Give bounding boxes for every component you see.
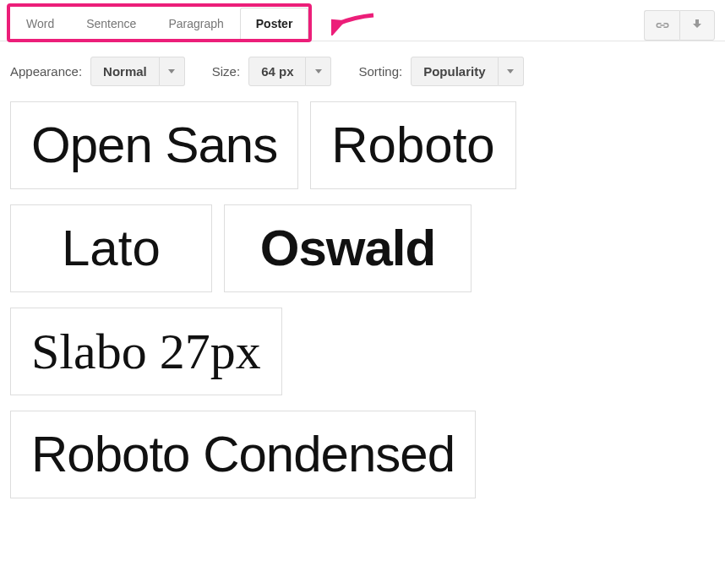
- sorting-caret[interactable]: [499, 57, 524, 86]
- font-row: Slabo 27px: [10, 308, 715, 395]
- chevron-down-icon: [507, 69, 514, 74]
- font-row: Lato Oswald: [10, 204, 715, 292]
- font-card-roboto-condensed[interactable]: Roboto Condensed: [10, 411, 476, 498]
- font-sample: Roboto Condensed: [31, 427, 455, 482]
- link-button[interactable]: [644, 10, 679, 41]
- tab-sentence[interactable]: Sentence: [70, 8, 152, 40]
- font-sample: Oswald: [260, 220, 435, 276]
- sorting-select[interactable]: Popularity: [411, 57, 523, 86]
- font-sample: Roboto: [331, 117, 494, 173]
- top-actions: [644, 7, 715, 41]
- tabs: Word Sentence Paragraph Poster: [10, 7, 308, 39]
- sorting-label: Sorting:: [358, 64, 402, 79]
- font-row: Open Sans Roboto: [10, 101, 715, 189]
- appearance-label: Appearance:: [10, 64, 82, 79]
- font-card-oswald[interactable]: Oswald: [224, 204, 472, 292]
- link-icon: [655, 20, 670, 30]
- font-sample: Lato: [62, 220, 161, 276]
- controls-bar: Appearance: Normal Size: 64 px Sorting: …: [0, 41, 725, 101]
- appearance-select[interactable]: Normal: [90, 57, 185, 86]
- appearance-caret[interactable]: [160, 57, 185, 86]
- font-sample: Slabo 27px: [31, 324, 261, 379]
- sorting-value[interactable]: Popularity: [411, 57, 498, 86]
- font-row: Roboto Condensed: [10, 411, 715, 498]
- size-label: Size:: [212, 64, 240, 79]
- font-card-lato[interactable]: Lato: [10, 204, 212, 292]
- size-select[interactable]: 64 px: [248, 57, 331, 86]
- size-caret[interactable]: [306, 57, 331, 86]
- size-value[interactable]: 64 px: [248, 57, 306, 86]
- download-arrow-icon: [691, 19, 703, 31]
- font-card-roboto[interactable]: Roboto: [310, 101, 515, 189]
- chevron-down-icon: [315, 69, 322, 74]
- font-card-slabo[interactable]: Slabo 27px: [10, 308, 282, 395]
- tab-paragraph[interactable]: Paragraph: [152, 8, 239, 40]
- tab-poster[interactable]: Poster: [240, 8, 309, 40]
- chevron-down-icon: [168, 69, 175, 74]
- appearance-value[interactable]: Normal: [90, 57, 160, 86]
- tab-word[interactable]: Word: [10, 8, 70, 40]
- font-sample: Open Sans: [31, 117, 277, 173]
- annotation-arrow-icon: [331, 12, 379, 35]
- download-button[interactable]: [679, 10, 715, 41]
- tabs-wrapper: Word Sentence Paragraph Poster: [10, 7, 308, 39]
- topbar: Word Sentence Paragraph Poster: [0, 0, 725, 41]
- font-card-open-sans[interactable]: Open Sans: [10, 101, 298, 189]
- font-grid: Open Sans Roboto Lato Oswald Slabo 27px …: [0, 101, 725, 524]
